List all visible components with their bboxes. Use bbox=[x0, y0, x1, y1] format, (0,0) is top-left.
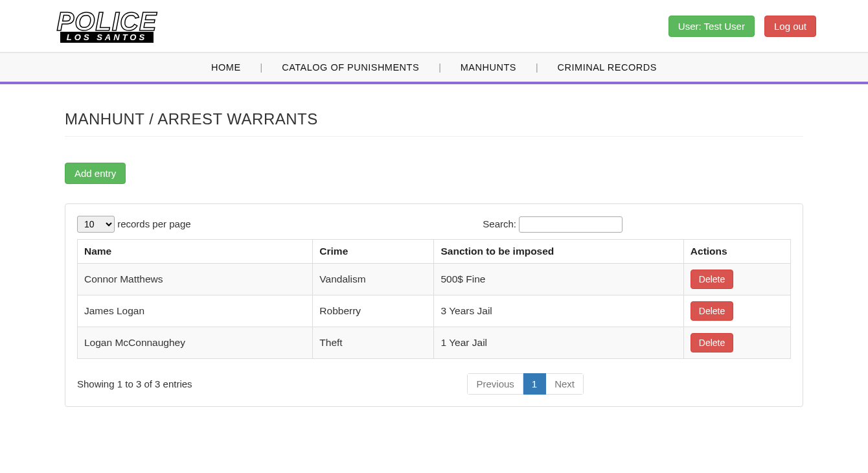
cell-name: Logan McConnaughey bbox=[78, 327, 313, 359]
col-sanction[interactable]: Sanction to be imposed bbox=[434, 240, 683, 264]
nav-separator: | bbox=[536, 62, 538, 73]
nav-home[interactable]: HOME bbox=[211, 62, 241, 73]
data-panel: 102550100 records per page Search: Name … bbox=[65, 203, 803, 407]
length-select[interactable]: 102550100 bbox=[77, 216, 115, 233]
length-control: 102550100 records per page bbox=[77, 216, 191, 233]
nav-records[interactable]: CRIMINAL RECORDS bbox=[558, 62, 657, 73]
cell-actions: Delete bbox=[683, 295, 790, 327]
cell-crime: Theft bbox=[313, 327, 434, 359]
col-actions[interactable]: Actions bbox=[683, 240, 790, 264]
col-crime[interactable]: Crime bbox=[313, 240, 434, 264]
length-suffix: records per page bbox=[117, 218, 190, 229]
warrants-table: Name Crime Sanction to be imposed Action… bbox=[77, 239, 791, 359]
page-next[interactable]: Next bbox=[546, 373, 584, 395]
delete-button[interactable]: Delete bbox=[691, 270, 733, 289]
cell-name: Connor Matthews bbox=[78, 264, 313, 295]
cell-name: James Logan bbox=[78, 295, 313, 327]
search-input[interactable] bbox=[519, 216, 622, 233]
nav-separator: | bbox=[260, 62, 263, 73]
cell-sanction: 3 Years Jail bbox=[434, 295, 683, 327]
table-row: James LoganRobberry3 Years JailDelete bbox=[78, 295, 791, 327]
cell-crime: Vandalism bbox=[313, 264, 434, 295]
user-button[interactable]: User: Test User bbox=[668, 16, 755, 37]
table-info: Showing 1 to 3 of 3 entries bbox=[77, 378, 192, 389]
nav-catalog[interactable]: CATALOG OF PUNISHMENTS bbox=[282, 62, 419, 73]
logout-button[interactable]: Log out bbox=[764, 16, 816, 37]
pagination: Previous 1 Next bbox=[467, 373, 584, 395]
table-row: Logan McConnaugheyTheft1 Year JailDelete bbox=[78, 327, 791, 359]
cell-actions: Delete bbox=[683, 264, 790, 295]
search-control: Search: bbox=[483, 216, 622, 233]
cell-sanction: 500$ Fine bbox=[434, 264, 683, 295]
search-label: Search: bbox=[483, 218, 516, 229]
table-row: Connor MatthewsVandalism500$ FineDelete bbox=[78, 264, 791, 295]
cell-sanction: 1 Year Jail bbox=[434, 327, 683, 359]
page-current[interactable]: 1 bbox=[523, 373, 546, 395]
cell-crime: Robberry bbox=[313, 295, 434, 327]
brand-sub: LOS SANTOS bbox=[60, 32, 154, 43]
page-prev[interactable]: Previous bbox=[467, 373, 523, 395]
top-actions: User: Test User Log out bbox=[668, 16, 816, 37]
col-name[interactable]: Name bbox=[78, 240, 313, 264]
delete-button[interactable]: Delete bbox=[691, 333, 733, 352]
brand-main: POLICE bbox=[57, 10, 157, 33]
delete-button[interactable]: Delete bbox=[691, 301, 733, 321]
brand-logo[interactable]: POLICE LOS SANTOS bbox=[52, 6, 162, 45]
nav-manhunts[interactable]: MANHUNTS bbox=[461, 62, 516, 73]
cell-actions: Delete bbox=[683, 327, 790, 359]
nav-separator: | bbox=[439, 62, 441, 73]
add-entry-button[interactable]: Add entry bbox=[65, 163, 126, 184]
page-title: MANHUNT / ARREST WARRANTS bbox=[65, 110, 803, 137]
topbar: POLICE LOS SANTOS User: Test User Log ou… bbox=[0, 0, 868, 52]
navbar: HOME | CATALOG OF PUNISHMENTS | MANHUNTS… bbox=[0, 52, 868, 84]
